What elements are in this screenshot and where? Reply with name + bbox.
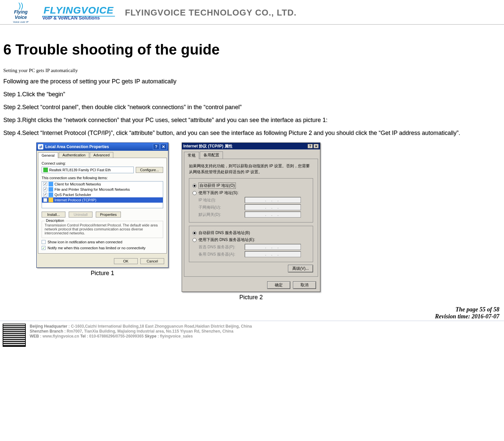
step-4: Step 4.Select “Internet Protocol (TCP/IP… xyxy=(3,130,501,137)
cancel-button[interactable]: Cancel xyxy=(140,258,164,264)
dns1-label: 首选 DNS 服务器(P): xyxy=(198,244,245,250)
checkbox-label: Notify me when this connection has limit… xyxy=(48,246,146,250)
tab-backup[interactable]: 备用配置 xyxy=(200,151,223,159)
section-title: 6 Trouble shooting of the guide xyxy=(3,41,501,58)
ip-label: IP 地址(I): xyxy=(198,197,245,203)
cancel-button[interactable]: 取消 xyxy=(293,281,316,289)
gateway-row: 默认网关(D): . . . xyxy=(193,212,309,218)
radio-icon[interactable] xyxy=(193,231,197,235)
checkbox-icon[interactable]: ✓ xyxy=(43,198,47,202)
radio-label: 自动获得 DNS 服务器地址(B) xyxy=(198,230,250,236)
list-item[interactable]: ✓ QoS Packet Scheduler xyxy=(42,192,163,197)
footer-lines: Beijing Headquarter : C-1603,Caizhi Inte… xyxy=(30,324,252,347)
ip-group: 自动获得 IP 地址(O) 使用下面的 IP 地址(S): IP 地址(I): … xyxy=(189,178,313,222)
footer-label: Shenzhen Branch xyxy=(30,329,64,334)
dialog-title: Internet 协议 (TCP/IP) 属性 xyxy=(183,143,233,149)
gw-label: 默认网关(D): xyxy=(198,212,245,218)
close-button[interactable]: ✕ xyxy=(160,144,167,150)
list-item[interactable]: ✓ Client for Microsoft Networks xyxy=(42,181,163,187)
radio-use-dns[interactable]: 使用下面的 DNS 服务器地址(E): xyxy=(193,237,309,243)
tab-body: Connect using: Realtek RTL8139 Family PC… xyxy=(38,158,167,254)
step-3: Step 3.Right clicks the “network connect… xyxy=(3,117,501,124)
tabs: General Authentication Advanced xyxy=(38,152,167,158)
checkbox-icon[interactable]: ✓ xyxy=(43,187,47,191)
list-item-selected[interactable]: ✓ Internet Protocol (TCP/IP) xyxy=(42,197,163,203)
wifi-icon: )) xyxy=(4,2,38,9)
company-name: FLYINGVOICE TECHNOLOGY CO., LTD. xyxy=(125,8,297,18)
dns1-row: 首选 DNS 服务器(P): . . . xyxy=(193,244,309,250)
lead-text: Following are the process of setting you… xyxy=(3,78,501,85)
logo-word-top: Flying xyxy=(4,9,38,15)
radio-label: 使用下面的 DNS 服务器地址(E): xyxy=(198,237,255,243)
checkbox-icon[interactable]: ✓ xyxy=(43,182,47,186)
tab-authentication[interactable]: Authentication xyxy=(59,152,89,158)
subnet-row: 子网掩码(U): . . . xyxy=(193,204,309,210)
logo-sub: Voice over IP xyxy=(4,20,38,23)
pictures-row: ⇄ Local Area Connection Properties ? ✕ G… xyxy=(36,142,501,301)
description-legend: Description xyxy=(45,219,65,222)
footer-value: : C-1603,Caizhi International Building,1… xyxy=(68,324,252,329)
nic-field: Realtek RTL8139 Family PCI Fast Eth xyxy=(42,167,134,173)
dialog-title: Local Area Connection Properties xyxy=(45,144,109,149)
page-info: The page 55 of 58 Revision time: 2016-07… xyxy=(0,305,504,321)
tab-advanced[interactable]: Advanced xyxy=(90,152,113,158)
tcpip-icon xyxy=(49,198,53,202)
step-1: Step 1.Click the “begin” xyxy=(3,91,501,98)
radio-use-ip[interactable]: 使用下面的 IP 地址(S): xyxy=(193,190,309,196)
connect-using-label: Connect using: xyxy=(42,161,163,165)
properties-button[interactable]: Properties xyxy=(96,212,121,218)
install-button[interactable]: Install... xyxy=(42,212,65,218)
checkbox-icon[interactable]: ✓ xyxy=(42,246,46,250)
advanced-button[interactable]: 高级(V)... xyxy=(288,265,313,272)
radio-auto-ip[interactable]: 自动获得 IP 地址(O) xyxy=(193,182,309,189)
checkbox-icon[interactable]: ✓ xyxy=(43,193,47,197)
page-body: 6 Trouble shooting of the guide Setting … xyxy=(0,25,504,305)
footer-label: WEB xyxy=(30,334,40,339)
picture2-column: Internet 协议 (TCP/IP) 属性 ? ✕ 常规 备用配置 如果网络… xyxy=(182,142,320,301)
footer-label: Skype xyxy=(145,334,158,339)
qos-icon xyxy=(49,192,53,197)
info-text: 如果网络支持此功能，则可以获取自动指派的 IP 设置。否则，您需要从网络系统管理… xyxy=(189,163,313,175)
ok-button[interactable]: OK xyxy=(114,258,138,264)
item-label: Client for Microsoft Networks xyxy=(54,182,101,186)
footer-line: WEB : www.flyingvoice.cn Tel : 010-67886… xyxy=(30,334,252,339)
radio-icon[interactable] xyxy=(193,191,197,195)
radio-auto-dns[interactable]: 自动获得 DNS 服务器地址(B) xyxy=(193,230,309,236)
radio-icon[interactable] xyxy=(193,184,197,188)
tab-body: 如果网络支持此功能，则可以获取自动指派的 IP 设置。否则，您需要从网络系统管理… xyxy=(184,159,318,277)
dns2-label: 备用 DNS 服务器(A): xyxy=(198,252,245,257)
page-header: )) Flying Voice Voice over IP FLYINGVOIC… xyxy=(0,0,504,25)
nic-name: Realtek RTL8139 Family PCI Fast Eth xyxy=(49,168,111,172)
configure-button[interactable]: Configure... xyxy=(136,167,163,173)
list-item[interactable]: ✓ File and Printer Sharing for Microsoft… xyxy=(42,187,163,192)
logo-word-bottom: Voice xyxy=(4,15,38,20)
tab-general[interactable]: 常规 xyxy=(184,152,199,159)
titlebar: Internet 协议 (TCP/IP) 属性 ? ✕ xyxy=(182,143,320,149)
dns2-input: . . . xyxy=(245,251,301,257)
footer-value: : 010-67886296/0755-26099365 xyxy=(87,334,144,339)
revision-time: Revision time: 2016-07-07 xyxy=(0,313,499,320)
radio-label: 自动获得 IP 地址(O) xyxy=(198,182,236,189)
ok-button[interactable]: 确定 xyxy=(267,281,290,289)
help-button[interactable]: ? xyxy=(307,144,313,148)
footer-value: : Rm7007, TianXia Building, Majialong In… xyxy=(64,329,234,334)
show-icon-checkbox[interactable]: Show icon in notification area when conn… xyxy=(42,240,163,244)
close-button[interactable]: ✕ xyxy=(313,144,319,148)
dns1-input: . . . xyxy=(245,244,301,250)
tab-general[interactable]: General xyxy=(38,152,58,158)
checkbox-icon[interactable] xyxy=(42,240,46,244)
description-text: Transmission Control Protocol/Internet P… xyxy=(45,223,160,235)
footer-line: Shenzhen Branch : Rm7007, TianXia Buildi… xyxy=(30,329,252,334)
items-listbox[interactable]: ✓ Client for Microsoft Networks ✓ File a… xyxy=(42,181,163,208)
mask-label: 子网掩码(U): xyxy=(198,205,245,210)
item-label: Internet Protocol (TCP/IP) xyxy=(54,198,96,202)
notify-checkbox[interactable]: ✓ Notify me when this connection has lim… xyxy=(42,246,163,250)
help-button[interactable]: ? xyxy=(153,144,160,150)
qr-code-icon xyxy=(3,324,26,347)
radio-icon[interactable] xyxy=(193,238,197,242)
footer-value: : www.flyingvoice.cn xyxy=(40,334,79,339)
nic-icon xyxy=(43,168,48,172)
checkbox-label: Show icon in notification area when conn… xyxy=(48,240,122,244)
tagline: VoIP & VoWLAN Solutions xyxy=(42,15,115,20)
dialog-footer: OK Cancel xyxy=(37,255,168,267)
